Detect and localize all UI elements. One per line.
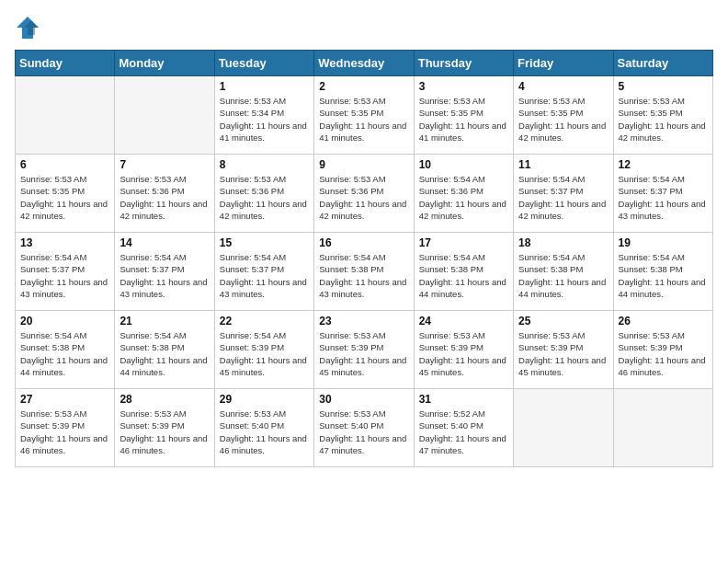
day-number: 10 [419, 158, 508, 171]
calendar-day-cell: 26Sunrise: 5:53 AM Sunset: 5:39 PM Dayli… [613, 311, 712, 389]
calendar-day-cell: 8Sunrise: 5:53 AM Sunset: 5:36 PM Daylig… [214, 155, 313, 233]
day-detail: Sunrise: 5:54 AM Sunset: 5:36 PM Dayligh… [419, 173, 508, 222]
calendar-day-cell: 9Sunrise: 5:53 AM Sunset: 5:36 PM Daylig… [314, 155, 414, 233]
page-header [15, 15, 713, 40]
day-number: 27 [20, 393, 109, 406]
day-number: 3 [419, 80, 508, 93]
day-number: 5 [619, 80, 708, 93]
weekday-header: Friday [514, 51, 613, 76]
day-number: 11 [518, 158, 608, 171]
calendar-day-cell: 31Sunrise: 5:52 AM Sunset: 5:40 PM Dayli… [414, 389, 513, 467]
day-detail: Sunrise: 5:54 AM Sunset: 5:37 PM Dayligh… [20, 251, 109, 300]
calendar-body: 1Sunrise: 5:53 AM Sunset: 5:34 PM Daylig… [16, 76, 713, 467]
calendar-day-cell: 4Sunrise: 5:53 AM Sunset: 5:35 PM Daylig… [514, 76, 613, 155]
day-detail: Sunrise: 5:54 AM Sunset: 5:38 PM Dayligh… [419, 251, 508, 300]
day-detail: Sunrise: 5:53 AM Sunset: 5:35 PM Dayligh… [619, 95, 708, 144]
calendar-day-cell: 5Sunrise: 5:53 AM Sunset: 5:35 PM Daylig… [613, 76, 712, 155]
calendar-week-row: 1Sunrise: 5:53 AM Sunset: 5:34 PM Daylig… [16, 76, 713, 155]
day-number: 25 [518, 315, 608, 327]
calendar-table: SundayMondayTuesdayWednesdayThursdayFrid… [15, 50, 713, 467]
calendar-day-cell: 27Sunrise: 5:53 AM Sunset: 5:39 PM Dayli… [16, 389, 115, 467]
logo [15, 15, 44, 40]
calendar-week-row: 13Sunrise: 5:54 AM Sunset: 5:37 PM Dayli… [16, 233, 713, 311]
calendar-day-cell [613, 389, 712, 467]
day-number: 31 [419, 393, 508, 406]
calendar-day-cell [115, 76, 214, 155]
day-number: 20 [20, 315, 109, 327]
calendar-day-cell: 21Sunrise: 5:54 AM Sunset: 5:38 PM Dayli… [115, 311, 214, 389]
calendar-day-cell: 18Sunrise: 5:54 AM Sunset: 5:38 PM Dayli… [514, 233, 613, 311]
calendar-day-cell: 6Sunrise: 5:53 AM Sunset: 5:35 PM Daylig… [16, 155, 115, 233]
logo-icon [15, 15, 40, 40]
day-number: 28 [119, 393, 209, 406]
day-detail: Sunrise: 5:54 AM Sunset: 5:37 PM Dayligh… [518, 173, 608, 222]
weekday-header: Thursday [414, 51, 513, 76]
calendar-day-cell: 17Sunrise: 5:54 AM Sunset: 5:38 PM Dayli… [414, 233, 513, 311]
day-detail: Sunrise: 5:54 AM Sunset: 5:38 PM Dayligh… [319, 251, 408, 300]
day-number: 15 [220, 236, 309, 249]
day-detail: Sunrise: 5:53 AM Sunset: 5:39 PM Dayligh… [419, 329, 508, 378]
calendar-day-cell: 3Sunrise: 5:53 AM Sunset: 5:35 PM Daylig… [414, 76, 513, 155]
day-detail: Sunrise: 5:54 AM Sunset: 5:39 PM Dayligh… [220, 329, 309, 378]
day-detail: Sunrise: 5:54 AM Sunset: 5:38 PM Dayligh… [119, 329, 209, 378]
day-number: 17 [419, 236, 508, 249]
day-detail: Sunrise: 5:53 AM Sunset: 5:40 PM Dayligh… [220, 408, 309, 456]
day-number: 30 [319, 393, 408, 406]
day-detail: Sunrise: 5:53 AM Sunset: 5:39 PM Dayligh… [319, 329, 408, 378]
calendar-day-cell: 12Sunrise: 5:54 AM Sunset: 5:37 PM Dayli… [613, 155, 712, 233]
calendar-day-cell: 7Sunrise: 5:53 AM Sunset: 5:36 PM Daylig… [115, 155, 214, 233]
calendar-day-cell: 16Sunrise: 5:54 AM Sunset: 5:38 PM Dayli… [314, 233, 414, 311]
calendar-week-row: 27Sunrise: 5:53 AM Sunset: 5:39 PM Dayli… [16, 389, 713, 467]
day-number: 14 [119, 236, 209, 249]
day-number: 4 [518, 80, 608, 93]
day-detail: Sunrise: 5:54 AM Sunset: 5:38 PM Dayligh… [20, 329, 109, 378]
calendar-day-cell: 22Sunrise: 5:54 AM Sunset: 5:39 PM Dayli… [214, 311, 313, 389]
day-number: 12 [619, 158, 708, 171]
day-detail: Sunrise: 5:53 AM Sunset: 5:36 PM Dayligh… [220, 173, 309, 222]
calendar-day-cell: 13Sunrise: 5:54 AM Sunset: 5:37 PM Dayli… [16, 233, 115, 311]
day-detail: Sunrise: 5:53 AM Sunset: 5:36 PM Dayligh… [119, 173, 209, 222]
calendar-day-cell: 10Sunrise: 5:54 AM Sunset: 5:36 PM Dayli… [414, 155, 513, 233]
weekday-header: Wednesday [314, 51, 414, 76]
day-number: 6 [20, 158, 109, 171]
day-number: 13 [20, 236, 109, 249]
day-detail: Sunrise: 5:53 AM Sunset: 5:39 PM Dayligh… [619, 329, 708, 378]
calendar-header-row: SundayMondayTuesdayWednesdayThursdayFrid… [16, 51, 713, 76]
calendar-day-cell: 14Sunrise: 5:54 AM Sunset: 5:37 PM Dayli… [115, 233, 214, 311]
calendar-day-cell: 24Sunrise: 5:53 AM Sunset: 5:39 PM Dayli… [414, 311, 513, 389]
calendar-day-cell: 15Sunrise: 5:54 AM Sunset: 5:37 PM Dayli… [214, 233, 313, 311]
calendar-day-cell: 1Sunrise: 5:53 AM Sunset: 5:34 PM Daylig… [214, 76, 313, 155]
day-detail: Sunrise: 5:53 AM Sunset: 5:39 PM Dayligh… [20, 408, 109, 456]
day-detail: Sunrise: 5:53 AM Sunset: 5:39 PM Dayligh… [119, 408, 209, 456]
calendar-day-cell: 28Sunrise: 5:53 AM Sunset: 5:39 PM Dayli… [115, 389, 214, 467]
day-number: 1 [220, 80, 309, 93]
day-number: 2 [319, 80, 408, 93]
day-detail: Sunrise: 5:54 AM Sunset: 5:37 PM Dayligh… [119, 251, 209, 300]
weekday-header: Sunday [16, 51, 115, 76]
day-detail: Sunrise: 5:53 AM Sunset: 5:35 PM Dayligh… [419, 95, 508, 144]
day-number: 7 [119, 158, 209, 171]
day-number: 23 [319, 315, 408, 327]
day-number: 24 [419, 315, 508, 327]
calendar-day-cell: 29Sunrise: 5:53 AM Sunset: 5:40 PM Dayli… [214, 389, 313, 467]
day-detail: Sunrise: 5:53 AM Sunset: 5:39 PM Dayligh… [518, 329, 608, 378]
day-number: 26 [619, 315, 708, 327]
day-detail: Sunrise: 5:52 AM Sunset: 5:40 PM Dayligh… [419, 408, 508, 456]
calendar-day-cell: 11Sunrise: 5:54 AM Sunset: 5:37 PM Dayli… [514, 155, 613, 233]
day-number: 9 [319, 158, 408, 171]
day-detail: Sunrise: 5:53 AM Sunset: 5:35 PM Dayligh… [20, 173, 109, 222]
day-number: 8 [220, 158, 309, 171]
day-detail: Sunrise: 5:53 AM Sunset: 5:34 PM Dayligh… [220, 95, 309, 144]
day-detail: Sunrise: 5:54 AM Sunset: 5:37 PM Dayligh… [619, 173, 708, 222]
day-detail: Sunrise: 5:53 AM Sunset: 5:36 PM Dayligh… [319, 173, 408, 222]
calendar-day-cell [16, 76, 115, 155]
day-number: 16 [319, 236, 408, 249]
calendar-day-cell: 23Sunrise: 5:53 AM Sunset: 5:39 PM Dayli… [314, 311, 414, 389]
weekday-header: Saturday [613, 51, 712, 76]
day-detail: Sunrise: 5:53 AM Sunset: 5:35 PM Dayligh… [319, 95, 408, 144]
day-number: 21 [119, 315, 209, 327]
day-number: 18 [518, 236, 608, 249]
calendar-day-cell [514, 389, 613, 467]
day-detail: Sunrise: 5:53 AM Sunset: 5:35 PM Dayligh… [518, 95, 608, 144]
day-detail: Sunrise: 5:53 AM Sunset: 5:40 PM Dayligh… [319, 408, 408, 456]
